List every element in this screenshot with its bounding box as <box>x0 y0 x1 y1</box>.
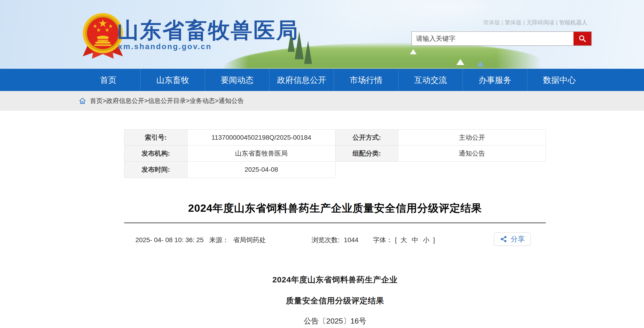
info-value-index: 1137000004502198Q/2025-00184 <box>188 129 336 146</box>
banner-yurt <box>478 61 484 66</box>
link-robot[interactable]: 智能机器人 <box>559 19 587 25</box>
breadcrumb-item-business-news[interactable]: 业务动态 <box>190 97 215 105</box>
info-value-category: 通知公告 <box>398 146 546 162</box>
site-logo[interactable]: 山东省畜牧兽医局 xm.shandong.gov.cn <box>80 12 337 59</box>
article-content: 索引号: 1137000004502198Q/2025-00184 公开方式: … <box>124 129 546 326</box>
nav-item-services[interactable]: 办事服务 <box>463 69 527 91</box>
national-emblem-icon <box>80 13 126 59</box>
main-nav: 首页 山东畜牧 要闻动态 政府信息公开 市场行情 互动交流 办事服务 数据中心 <box>0 69 644 91</box>
link-traditional[interactable]: 繁体版 <box>505 19 522 25</box>
breadcrumb-item-gov-info[interactable]: 政府信息公开 <box>106 97 144 105</box>
article-meta: 2025- 04- 08 10: 36: 25 来源： 省局饲药处 浏览次数: … <box>124 232 546 247</box>
info-value-time: 2025-04-08 <box>188 162 336 178</box>
body-heading-line1: 2024年度山东省饲料兽药生产企业 <box>124 274 546 285</box>
header-banner: 山东省畜牧兽医局 xm.shandong.gov.cn 简体版|繁体版|无障碍阅… <box>0 0 644 69</box>
page-title: 2024年度山东省饲料兽药生产企业质量安全信用分级评定结果 <box>124 201 546 215</box>
info-value-org: 山东省畜牧兽医局 <box>188 146 336 162</box>
nav-item-gov-info[interactable]: 政府信息公开 <box>269 69 334 91</box>
breadcrumb: 首页 > 政府信息公开 > 信息公开目录 > 业务动态 > 通知公告 <box>0 91 644 111</box>
utility-links: 简体版|繁体版|无障碍阅读|智能机器人 <box>483 19 587 26</box>
breadcrumb-separator: > <box>144 97 148 105</box>
info-label-open-mode: 公开方式: <box>336 129 398 146</box>
source-label: 来源： <box>209 236 229 244</box>
share-icon <box>500 235 508 243</box>
notice-number: 公告〔2025〕16号 <box>124 316 546 326</box>
link-accessibility[interactable]: 无障碍阅读 <box>526 19 554 25</box>
nav-item-market[interactable]: 市场行情 <box>334 69 398 91</box>
link-separator: | <box>502 19 503 25</box>
banner-tree <box>295 31 304 59</box>
banner-tree <box>288 30 295 52</box>
body-heading-line2: 质量安全信用分级评定结果 <box>124 296 546 306</box>
info-label-org: 发布机构: <box>124 146 188 162</box>
link-simplified[interactable]: 简体版 <box>483 19 500 25</box>
views-count: 1044 <box>344 236 358 244</box>
site-title: 山东省畜牧兽医局 <box>117 16 299 45</box>
document-info-table: 索引号: 1137000004502198Q/2025-00184 公开方式: … <box>124 129 546 178</box>
info-label-index: 索引号: <box>124 129 188 146</box>
site-url: xm.shandong.gov.cn <box>118 42 212 51</box>
banner-yurt <box>456 59 464 65</box>
font-size-medium-button[interactable]: 中 <box>412 236 418 244</box>
search-bar <box>411 31 592 46</box>
nav-item-home[interactable]: 首页 <box>76 69 140 91</box>
breadcrumb-separator: > <box>186 97 190 105</box>
banner-yurt <box>410 49 416 54</box>
home-icon <box>79 97 86 104</box>
nav-item-data-center[interactable]: 数据中心 <box>527 69 592 91</box>
breadcrumb-item-home[interactable]: 首页 <box>90 97 102 105</box>
nav-item-interaction[interactable]: 互动交流 <box>398 69 463 91</box>
publish-datetime: 2025- 04- 08 10: 36: 25 <box>136 236 204 244</box>
breadcrumb-separator: > <box>102 97 106 105</box>
font-bracket-close: ] <box>433 236 435 244</box>
share-label: 分享 <box>511 234 525 244</box>
share-button[interactable]: 分享 <box>494 232 531 246</box>
search-input[interactable] <box>412 32 572 45</box>
info-label-category: 组配分类: <box>336 146 398 162</box>
views-label: 浏览次数: <box>312 236 340 244</box>
nav-item-shandong-livestock[interactable]: 山东畜牧 <box>140 69 205 91</box>
search-button[interactable] <box>572 32 591 45</box>
magnifier-icon <box>578 34 586 43</box>
link-separator: | <box>556 19 558 25</box>
font-size-large-button[interactable]: 大 <box>400 236 407 244</box>
title-divider <box>124 222 546 223</box>
banner-tree <box>304 41 312 64</box>
breadcrumb-item-info-catalog[interactable]: 信息公开目录 <box>148 97 186 105</box>
info-table-empty-cell <box>336 162 546 178</box>
breadcrumb-item-notices: 通知公告 <box>218 97 244 105</box>
info-value-open-mode: 主动公开 <box>398 129 546 146</box>
font-size-label: 字体： <box>373 236 393 244</box>
nav-item-news[interactable]: 要闻动态 <box>205 69 269 91</box>
source-value: 省局饲药处 <box>233 236 266 244</box>
link-separator: | <box>523 19 525 25</box>
font-bracket-open: [ <box>395 236 397 244</box>
breadcrumb-separator: > <box>215 97 218 105</box>
font-size-small-button[interactable]: 小 <box>423 236 430 244</box>
info-label-time: 发布时间: <box>124 162 188 178</box>
banner-meadow <box>222 43 541 69</box>
